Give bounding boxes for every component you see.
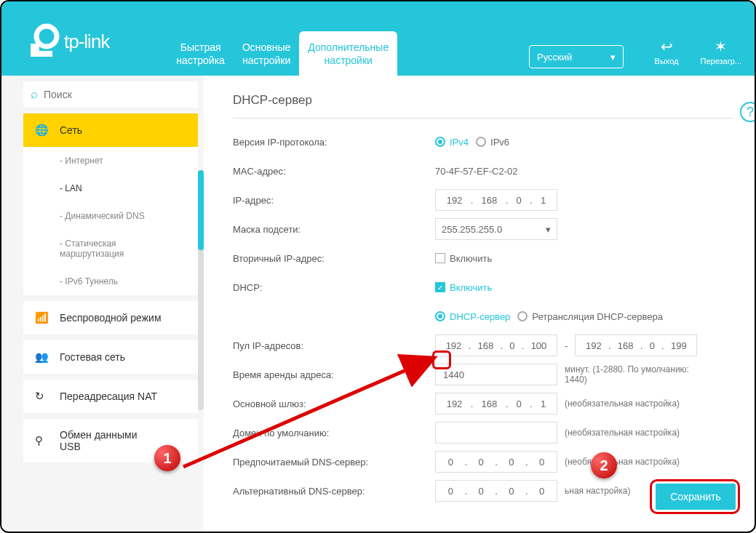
sidebar-sub-lan[interactable]: - LAN <box>23 175 198 202</box>
chevron-down-icon: ▾ <box>546 224 551 235</box>
label-dhcp: DHCP: <box>233 282 435 293</box>
radio-dhcp-relay[interactable]: Ретрансляция DHCP-сервера <box>517 311 663 322</box>
radio-ipv6[interactable]: IPv6 <box>476 137 509 148</box>
sidebar-sub-ddns[interactable]: - Динамический DNS <box>23 202 198 230</box>
label-ip: IP-адрес: <box>233 195 435 206</box>
hint-optional-dns1: (необязательная настройка) <box>565 457 680 467</box>
top-bar: tp-link Быстрая настройка Основные настр… <box>1 1 755 76</box>
search-box[interactable]: ⌕ <box>23 81 198 108</box>
chevron-down-icon: ▾ <box>610 52 616 63</box>
sidebar-sub-static-route[interactable]: - Статическая маршрутизация <box>23 230 198 268</box>
dns2-input[interactable]: 0.0.0.0 <box>435 480 557 502</box>
reload-button[interactable]: ✶ Перезагр... <box>701 38 741 65</box>
sidebar-item-guest[interactable]: 👥Гостевая сеть <box>23 340 198 374</box>
logout-button[interactable]: ↩ Выход <box>655 38 679 65</box>
brand-logo: tp-link <box>1 1 109 60</box>
sidebar: ⌕ 🌐 Сеть - Интернет - LAN - Динамический… <box>1 76 204 532</box>
label-mask: Маска подсети: <box>233 224 435 235</box>
save-button[interactable]: Сохранить <box>656 484 736 510</box>
radio-dhcp-server[interactable]: DHCP-сервер <box>435 311 510 322</box>
search-icon: ⌕ <box>31 87 38 102</box>
subnet-mask-select[interactable]: 255.255.255.0▾ <box>435 218 557 240</box>
guest-icon: 👥 <box>35 350 51 364</box>
svg-rect-1 <box>31 44 39 57</box>
sidebar-item-network[interactable]: 🌐 Сеть <box>23 113 198 147</box>
label-pool: Пул IP-адресов: <box>233 340 435 351</box>
dns1-input[interactable]: 0.0.0.0 <box>435 451 557 473</box>
svg-point-0 <box>36 26 57 47</box>
help-icon[interactable]: ? <box>740 102 756 122</box>
label-domain: Домен по умолчанию: <box>233 428 435 438</box>
value-mac: 70-4F-57-EF-C2-02 <box>435 166 517 177</box>
tab-advanced[interactable]: Дополнительные настройки <box>299 31 397 76</box>
domain-input[interactable] <box>435 422 557 444</box>
pool-from-input[interactable]: 192.168.0.100 <box>435 334 557 356</box>
search-input[interactable] <box>44 89 191 100</box>
hint-optional-gw: (необязательная настройка) <box>565 398 680 409</box>
tplink-logo-icon <box>23 23 60 60</box>
brand-text: tp-link <box>64 31 109 53</box>
divider <box>233 118 733 119</box>
scrollbar-thumb[interactable] <box>198 170 204 250</box>
top-tabs: Быстрая настройка Основные настройки Доп… <box>167 1 397 76</box>
checkbox-dhcp-enable[interactable]: ✓Включить <box>435 282 492 293</box>
label-secondary-ip: Вторичный IP-адрес: <box>233 253 435 264</box>
hint-optional-domain: (необязательная настройка) <box>565 428 680 438</box>
radio-ipv4[interactable]: IPv4 <box>435 137 469 148</box>
content-area: DHCP-сервер Версия IP-протокола: IPv4 IP… <box>204 76 755 532</box>
globe-icon: 🌐 <box>35 124 51 137</box>
language-select[interactable]: Русский ▾ <box>529 45 624 68</box>
gateway-input[interactable]: 192.168.0.1 <box>435 393 557 414</box>
tab-quick-setup[interactable]: Быстрая настройка <box>167 31 234 76</box>
label-ip-version: Версия IP-протокола: <box>233 137 435 148</box>
tab-basic[interactable]: Основные настройки <box>234 31 299 76</box>
logout-icon: ↩ <box>655 38 679 55</box>
pool-to-input[interactable]: 192.168.0.199 <box>575 334 697 356</box>
label-dns2: Альтернативный DNS-сервер: <box>233 486 435 497</box>
sidebar-item-usb[interactable]: ⚲Обмен данными USB <box>23 419 198 462</box>
checkbox-secondary-ip-enable[interactable]: Включить <box>435 253 492 264</box>
sidebar-sub-ipv6-tunnel[interactable]: - IPv6 Туннель <box>23 268 198 295</box>
sidebar-item-wireless[interactable]: 📶Беспроводной режим <box>23 301 198 334</box>
wifi-icon: 📶 <box>35 311 51 324</box>
sidebar-scrollbar[interactable] <box>198 170 204 410</box>
ip-address-input[interactable]: 192.168.0.1 <box>435 189 557 211</box>
nat-icon: ↻ <box>35 390 51 403</box>
reload-icon: ✶ <box>701 38 741 55</box>
label-dns1: Предпочитаемый DNS-сервер: <box>233 457 435 468</box>
hint-lease: минут. (1-2880. По умолчанию: 1440) <box>565 364 703 385</box>
sidebar-sub-internet[interactable]: - Интернет <box>23 147 198 175</box>
language-label: Русский <box>537 52 572 63</box>
usb-icon: ⚲ <box>35 434 51 447</box>
sidebar-item-nat[interactable]: ↻Переадресация NAT <box>23 380 198 413</box>
svg-rect-2 <box>39 51 52 57</box>
label-gateway: Основной шлюз: <box>233 398 435 409</box>
hint-optional-dns2: ьная настройка) <box>565 486 630 496</box>
label-mac: MAC-адрес: <box>233 166 435 177</box>
label-lease: Время аренды адреса: <box>233 369 435 380</box>
page-title: DHCP-сервер <box>233 93 733 108</box>
lease-time-input[interactable]: 1440 <box>435 364 557 385</box>
